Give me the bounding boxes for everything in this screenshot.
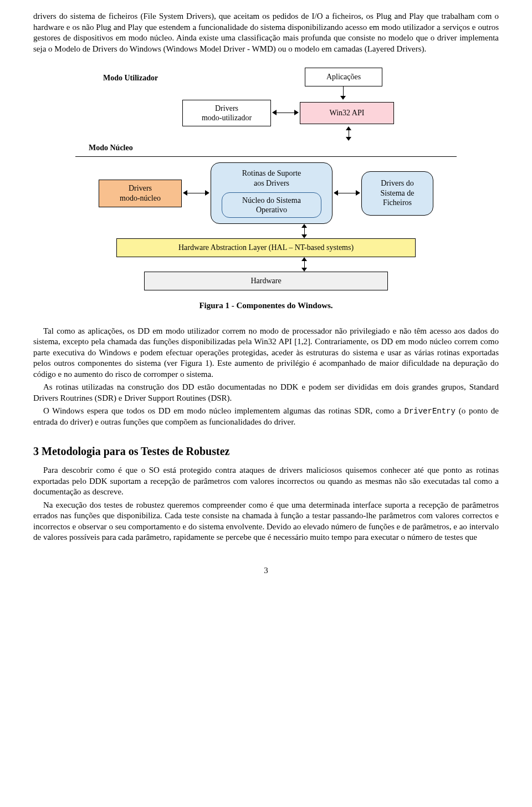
- body-paragraph: As rotinas utilizadas na construção dos …: [33, 382, 499, 404]
- double-arrow-icon: [272, 110, 299, 116]
- body-paragraph: Na execução dos testes de robustez quere…: [33, 500, 499, 543]
- text: modo-utilizador: [202, 113, 252, 123]
- box-fs-drivers: Drivers do Sistema de Ficheiros: [361, 171, 433, 216]
- box-kernel-support: Rotinas de Suporte aos Drivers Núcleo do…: [211, 162, 332, 224]
- divider: [75, 156, 457, 157]
- figure-caption: Figura 1 - Componentes do Windows.: [33, 300, 499, 311]
- body-paragraph: O Windows espera que todos os DD em modo…: [33, 406, 499, 427]
- double-arrow-icon: [302, 257, 308, 272]
- text: Núcleo do Sistema: [242, 196, 301, 206]
- box-nucleo-so: Núcleo do Sistema Operativo: [222, 192, 321, 218]
- box-drivers-user: Drivers modo-utilizador: [182, 100, 271, 126]
- code-driver-entry: DriverEntry: [404, 407, 455, 416]
- label-modo-utilizador: Modo Utilizador: [103, 73, 158, 83]
- box-aplicacoes: Aplicações: [305, 68, 382, 86]
- double-arrow-icon: [302, 224, 308, 238]
- text: Rotinas de Suporte: [242, 168, 301, 178]
- text: Drivers: [215, 104, 238, 114]
- body-paragraph-first: drivers do sistema de ficheiros (File Sy…: [33, 11, 499, 54]
- double-arrow-icon: [183, 191, 209, 196]
- double-arrow-icon: [346, 126, 352, 141]
- box-hal: Hardware Abstraction Layer (HAL – NT-bas…: [116, 238, 416, 257]
- text: aos Drivers: [254, 178, 289, 188]
- figure-1-diagram: Modo Utilizador Aplicações Drivers modo-…: [72, 68, 460, 290]
- page-number: 3: [33, 565, 499, 576]
- text: Operativo: [256, 205, 287, 215]
- text: modo-núcleo: [120, 193, 161, 203]
- text: Sistema de: [380, 188, 414, 198]
- body-paragraph: Para descobrir como é que o SO está prot…: [33, 465, 499, 498]
- box-win32api: Win32 API: [300, 102, 394, 124]
- text: Drivers do: [381, 178, 414, 188]
- box-hardware: Hardware: [144, 272, 388, 290]
- label-modo-nucleo: Modo Núcleo: [89, 143, 460, 153]
- arrow-icon: [341, 86, 346, 100]
- double-arrow-icon: [334, 191, 360, 196]
- body-paragraph: Tal como as aplicações, os DD em modo ut…: [33, 326, 499, 380]
- text: Ficheiros: [383, 198, 412, 208]
- text: O Windows espera que todos os DD em modo…: [43, 406, 404, 415]
- section-heading: 3 Metodologia para os Testes de Robustez: [33, 444, 499, 458]
- box-drivers-kernel: Drivers modo-núcleo: [99, 180, 182, 207]
- text: Drivers: [129, 183, 152, 193]
